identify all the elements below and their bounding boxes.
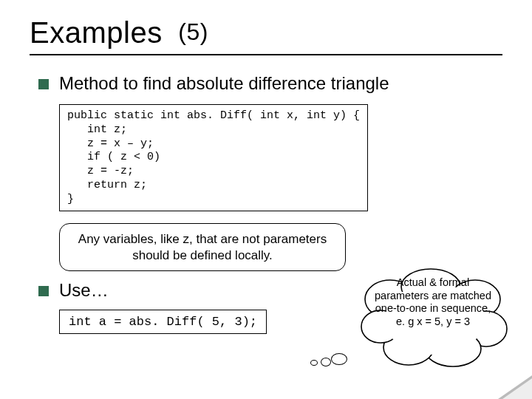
code-block-2: int a = abs. Diff( 5, 3);	[59, 310, 267, 334]
bullet-text-2: Use…	[59, 280, 109, 301]
cloud-text: Actual & formal parameters are matched o…	[370, 276, 496, 329]
slide-title: Examples (5)	[30, 16, 208, 50]
page-corner-fold-icon	[498, 375, 532, 399]
title-underline	[30, 54, 502, 55]
thought-cloud: Actual & formal parameters are matched o…	[357, 266, 508, 369]
title-block: Examples (5)	[30, 16, 532, 50]
title-text: Examples	[30, 16, 163, 49]
code-block-1: public static int abs. Diff( int x, int …	[59, 104, 368, 211]
bullet-icon	[38, 286, 49, 296]
bullet-icon	[38, 79, 49, 89]
thought-bubble-tail	[308, 353, 347, 368]
title-number: (5)	[178, 18, 208, 45]
slide: Examples (5) Method to find absolute dif…	[0, 0, 532, 399]
callout-box: Any variables, like z, that are not para…	[59, 223, 346, 271]
bullet-text-1: Method to find absolute difference trian…	[59, 73, 389, 94]
bullet-row-1: Method to find absolute difference trian…	[38, 73, 494, 94]
